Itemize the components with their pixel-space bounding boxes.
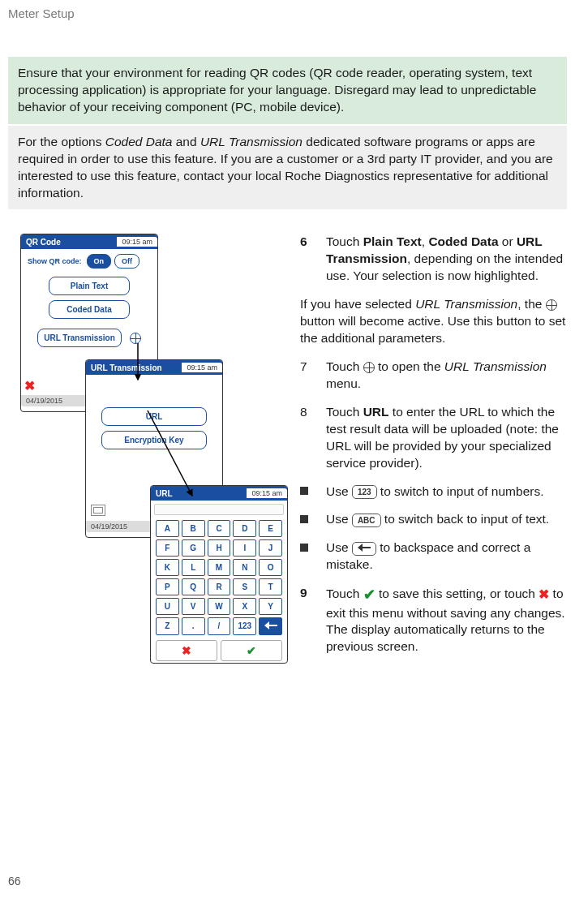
step-number: 6	[300, 234, 326, 285]
bullet	[300, 483, 326, 501]
key[interactable]: G	[182, 539, 205, 557]
option-url-transmission[interactable]: URL Transmission	[37, 329, 122, 347]
key[interactable]: O	[259, 559, 282, 576]
key[interactable]: H	[208, 539, 231, 557]
keyboard: A B C D E F G H I J K L M N O P Q	[154, 518, 284, 637]
text-bold: URL	[363, 405, 389, 419]
screen-title: QR Code	[21, 238, 117, 247]
key[interactable]: Y	[259, 598, 282, 615]
key[interactable]: U	[156, 598, 179, 615]
step-body: Use to backspace and correct a mistake.	[326, 539, 567, 574]
key[interactable]: W	[208, 598, 231, 615]
text-italic: URL Transmission	[444, 359, 547, 373]
option-coded-data[interactable]: Coded Data	[49, 300, 130, 319]
bullet	[300, 539, 326, 574]
step-body: Touch to open the URL Transmission menu.	[326, 359, 567, 393]
key[interactable]: I	[233, 539, 256, 557]
back-icon[interactable]	[91, 505, 105, 518]
titlebar: QR Code 09:15 am	[21, 234, 157, 249]
text-bold: Plain Text	[363, 234, 422, 248]
screen-time: 09:15 am	[247, 488, 287, 498]
key[interactable]: B	[182, 520, 205, 537]
key[interactable]: V	[182, 598, 205, 615]
key[interactable]: L	[182, 559, 205, 576]
screen-time: 09:15 am	[182, 363, 222, 372]
text: If you have selected	[300, 297, 415, 311]
step-body: Touch URL to enter the URL to which the …	[326, 404, 567, 472]
key[interactable]: P	[156, 578, 179, 595]
key[interactable]: C	[208, 520, 231, 537]
step-body: Touch Plain Text, Coded Data or URL Tran…	[326, 234, 567, 285]
note-grey: For the options Coded Data and URL Trans…	[8, 126, 567, 210]
key[interactable]: M	[208, 559, 231, 576]
option-plain-text[interactable]: Plain Text	[49, 277, 130, 295]
text: or	[499, 234, 517, 248]
key[interactable]: N	[233, 559, 256, 576]
screen-url-keyboard: URL 09:15 am A B C D E F G H I J K L	[150, 485, 288, 664]
toggle-off[interactable]: Off	[114, 254, 139, 269]
key[interactable]: /	[208, 617, 231, 635]
paragraph: If you have selected URL Transmission, t…	[300, 296, 567, 347]
show-qr-label: Show QR code:	[28, 257, 82, 265]
key-123[interactable]: 123	[233, 617, 256, 635]
page-number: 66	[8, 875, 567, 887]
step-body: Use 123 to switch to input of numbers.	[326, 483, 567, 501]
globe-icon[interactable]	[130, 333, 141, 344]
step-number: 7	[300, 359, 326, 393]
key[interactable]: Z	[156, 617, 179, 635]
instructions-column: 6 Touch Plain Text, Coded Data or URL Tr…	[292, 234, 567, 667]
key[interactable]: A	[156, 520, 179, 537]
x-icon: ✖	[539, 588, 549, 602]
text: Touch	[326, 405, 363, 419]
step-body: Use ABC to switch back to input of text.	[326, 511, 567, 528]
note-green: Ensure that your environment for reading…	[8, 57, 567, 124]
key[interactable]: Q	[182, 578, 205, 595]
key[interactable]: J	[259, 539, 282, 557]
text: Use	[326, 512, 352, 526]
key[interactable]: K	[156, 559, 179, 576]
text: Use	[326, 484, 352, 498]
toggle-on[interactable]: On	[87, 254, 112, 269]
key[interactable]: .	[182, 617, 205, 635]
text: to switch to input of numbers.	[377, 484, 544, 498]
text: , the	[517, 297, 545, 311]
key-abc-icon: ABC	[352, 514, 381, 528]
text: and	[172, 135, 200, 148]
text: button will become active. Use this butt…	[300, 314, 565, 345]
arrow-icon	[130, 343, 162, 392]
text-italic: Coded Data	[105, 135, 173, 148]
key[interactable]: X	[233, 598, 256, 615]
text: to switch back to input of text.	[381, 512, 550, 526]
text: to save this setting, or touch	[375, 587, 539, 600]
text: For the options	[18, 135, 105, 148]
key[interactable]: S	[233, 578, 256, 595]
text: Touch	[326, 234, 363, 248]
text: to open the	[375, 359, 444, 373]
text-italic: URL Transmission	[415, 297, 517, 311]
key[interactable]: R	[208, 578, 231, 595]
cancel-button[interactable]: ✖	[156, 640, 217, 661]
page-header: Meter Setup	[8, 6, 567, 20]
text: menu.	[326, 376, 361, 390]
globe-icon	[546, 299, 557, 311]
key-backspace[interactable]	[259, 617, 282, 635]
text: Touch	[326, 359, 363, 373]
text: Touch	[326, 587, 363, 600]
backspace-icon	[352, 542, 376, 557]
key[interactable]: E	[259, 520, 282, 537]
key[interactable]: F	[156, 539, 179, 557]
svg-line-1	[148, 410, 192, 496]
globe-icon	[363, 362, 375, 373]
screen-time: 09:15 am	[117, 237, 157, 247]
text: Use	[326, 540, 352, 554]
step-body: Touch ✔ to save this setting, or touch ✖…	[326, 585, 567, 655]
text-bold: Coded Data	[428, 234, 498, 248]
key[interactable]: T	[259, 578, 282, 595]
text-italic: URL Transmission	[200, 135, 303, 148]
key[interactable]: D	[233, 520, 256, 537]
bullet	[300, 511, 326, 528]
key-123-icon: 123	[352, 485, 377, 500]
figure-column: QR Code 09:15 am Show QR code: On Off Pl…	[8, 234, 292, 672]
cancel-icon[interactable]: ✖	[24, 378, 35, 393]
confirm-button[interactable]: ✔	[221, 640, 282, 661]
